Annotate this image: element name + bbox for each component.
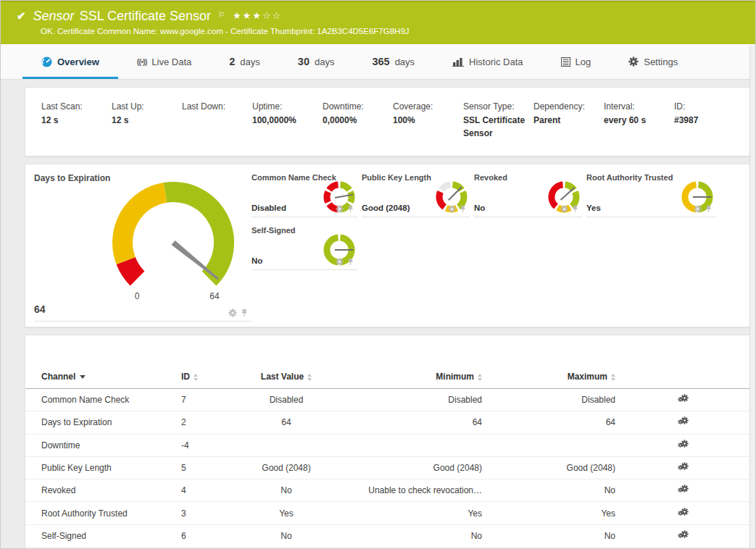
star-filled-icon: ★ bbox=[252, 10, 262, 21]
tab-label: days bbox=[315, 56, 334, 67]
info-field-label: Downtime: bbox=[323, 100, 386, 114]
small-gear-icon bbox=[678, 416, 683, 427]
broadcast-icon: ((•)) bbox=[137, 57, 147, 66]
column-header-label: Maximum bbox=[568, 372, 607, 382]
gauge-title: Self-Signed bbox=[252, 226, 296, 235]
gauge-settings-gear-icon[interactable] bbox=[560, 203, 568, 216]
info-field-label: Last Down: bbox=[182, 100, 245, 114]
gauge-tile-actions bbox=[228, 307, 249, 320]
gauge-pin-icon[interactable] bbox=[240, 307, 249, 320]
channel-row: Public Key Length5Good (2048)Good (2048)… bbox=[25, 456, 750, 479]
sensor-header: ✔ Sensor SSL Certificate Sensor ⚐ ★★★☆☆ … bbox=[1, 1, 755, 44]
column-header-id[interactable]: ID bbox=[181, 372, 232, 389]
channel-settings-button[interactable] bbox=[678, 440, 689, 449]
star-empty-icon: ☆ bbox=[262, 10, 273, 21]
star-filled-icon: ★ bbox=[243, 10, 253, 21]
channel-value-cell: 5 bbox=[181, 456, 232, 479]
gauge-scale-max-label: 64 bbox=[209, 291, 220, 301]
gauge-pin-icon[interactable] bbox=[346, 203, 354, 216]
tab-2-days[interactable]: 2days bbox=[210, 44, 279, 79]
channel-actions-cell bbox=[615, 411, 750, 434]
channel-settings-button[interactable] bbox=[678, 394, 689, 403]
gauge-settings-gear-icon[interactable] bbox=[336, 203, 344, 216]
gauge-tile-actions bbox=[694, 203, 713, 216]
tab-log[interactable]: Log bbox=[542, 44, 610, 79]
channel-value-cell: 64 bbox=[482, 411, 615, 434]
tab-label: Historic Data bbox=[469, 56, 523, 67]
gauge-pin-icon[interactable] bbox=[705, 203, 713, 216]
tab-day-count: 365 bbox=[372, 56, 389, 67]
gauge-tile-root-authority-trusted: Root Authority TrustedYes bbox=[586, 172, 715, 217]
small-gear-icon bbox=[678, 508, 683, 518]
channel-name-cell: Days to Expiration bbox=[25, 411, 181, 434]
channel-settings-button[interactable] bbox=[678, 508, 689, 517]
channel-actions-cell bbox=[615, 502, 750, 524]
gauge-settings-gear-icon[interactable] bbox=[694, 203, 702, 216]
info-field-value: 100% bbox=[393, 114, 456, 127]
channel-actions-cell bbox=[615, 524, 750, 547]
column-header-channel[interactable]: Channel bbox=[25, 372, 181, 389]
info-field-label: Interval: bbox=[604, 100, 667, 114]
info-field-label: Coverage: bbox=[393, 100, 456, 114]
gauge-pin-icon[interactable] bbox=[346, 256, 354, 269]
star-empty-icon: ☆ bbox=[273, 10, 283, 21]
tab-365-days[interactable]: 365days bbox=[353, 44, 433, 79]
column-header-last-value[interactable]: Last Value bbox=[232, 372, 341, 389]
info-field-value: every 60 s bbox=[604, 114, 667, 127]
gauge-settings-gear-icon[interactable] bbox=[228, 307, 237, 320]
gauge-settings-gear-icon[interactable] bbox=[336, 256, 344, 269]
small-gear-icon bbox=[678, 462, 683, 472]
channel-value-cell: 64 bbox=[232, 411, 341, 434]
gauge-title: Root Authority Trusted bbox=[586, 173, 673, 182]
tab-historic-data[interactable]: Historic Data bbox=[433, 44, 541, 79]
gauge-value: Disabled bbox=[252, 204, 286, 212]
object-kind-label: Sensor bbox=[33, 7, 75, 25]
info-field: Interval:every 60 s bbox=[604, 100, 674, 156]
small-gear-icon bbox=[678, 440, 683, 450]
channel-value-cell: -4 bbox=[181, 434, 232, 456]
status-ok-check-icon: ✔ bbox=[17, 7, 26, 25]
channels-table-header-row: ChannelIDLast ValueMinimumMaximum bbox=[25, 372, 750, 389]
info-field-value: 12 s bbox=[112, 114, 175, 127]
tab-overview[interactable]: Overview bbox=[22, 44, 118, 79]
channel-value-cell bbox=[482, 434, 615, 456]
channel-row: Root Authority Trusted3YesYesYes bbox=[25, 502, 750, 524]
channel-settings-button[interactable] bbox=[678, 530, 689, 540]
gauge-value: No bbox=[474, 204, 485, 212]
gauge-tile-actions bbox=[336, 203, 354, 216]
channel-settings-button[interactable] bbox=[678, 416, 689, 426]
column-header-minimum[interactable]: Minimum bbox=[341, 372, 482, 389]
tab-label: days bbox=[240, 56, 259, 67]
flag-icon[interactable]: ⚐ bbox=[218, 6, 225, 23]
gauge-pin-icon[interactable] bbox=[459, 203, 467, 216]
channel-value-cell: No bbox=[232, 479, 341, 502]
star-filled-icon: ★ bbox=[233, 10, 243, 21]
info-field-label: Sensor Type: bbox=[463, 100, 526, 114]
channel-row: Revoked4NoUnable to check revocation…No bbox=[25, 479, 750, 502]
sort-down-arrow bbox=[611, 378, 615, 381]
tab-30-days[interactable]: 30days bbox=[279, 44, 354, 79]
gauge-value: Yes bbox=[586, 204, 601, 212]
info-field-value: 12 s bbox=[41, 114, 104, 127]
column-header-label: ID bbox=[181, 372, 190, 382]
tab-live-data[interactable]: ((•))Live Data bbox=[118, 44, 210, 79]
column-header-maximum[interactable]: Maximum bbox=[482, 372, 615, 389]
channels-table-card: ChannelIDLast ValueMinimumMaximum Common… bbox=[25, 335, 751, 549]
channel-name-cell: Public Key Length bbox=[25, 456, 181, 479]
channel-value-cell: Good (2048) bbox=[232, 456, 341, 479]
priority-stars[interactable]: ★★★☆☆ bbox=[233, 7, 282, 25]
tab-settings[interactable]: Settings bbox=[610, 44, 697, 79]
channel-name-cell: Root Authority Trusted bbox=[25, 502, 181, 524]
gauge-settings-gear-icon[interactable] bbox=[448, 203, 456, 216]
sort-down-arrow bbox=[307, 378, 312, 381]
channel-actions-cell bbox=[615, 434, 750, 456]
channel-row: Common Name Check7DisabledDisabledDisabl… bbox=[25, 389, 750, 411]
gauge-scale-min-label: 0 bbox=[135, 291, 140, 301]
sort-toggle-icon bbox=[478, 374, 482, 381]
gauge-pin-icon[interactable] bbox=[571, 203, 579, 216]
column-header-label: Minimum bbox=[436, 372, 474, 382]
sort-up-arrow bbox=[478, 374, 482, 377]
vertical-scrollbar[interactable] bbox=[749, 46, 755, 548]
channel-settings-button[interactable] bbox=[678, 485, 689, 494]
channel-settings-button[interactable] bbox=[678, 462, 689, 472]
